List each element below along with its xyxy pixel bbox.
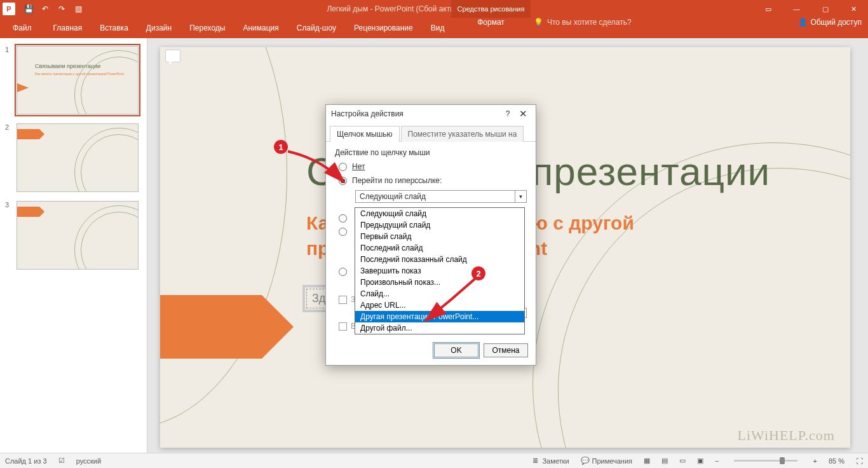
checkbox-icon[interactable] bbox=[339, 296, 347, 304]
dd-item-prev[interactable]: Предыдущий слайд bbox=[355, 219, 524, 231]
thumb-row[interactable]: 1 Связываем презентации Как связать през… bbox=[0, 43, 147, 121]
tab-slideshow[interactable]: Слайд-шоу bbox=[288, 18, 345, 38]
dialog-titlebar[interactable]: Настройка действия ? ✕ bbox=[326, 105, 536, 123]
thumbnail-1[interactable]: Связываем презентации Как связать презен… bbox=[17, 46, 139, 114]
spellcheck-icon[interactable]: ☑ bbox=[58, 457, 65, 465]
titlebar: P 💾 ↶ ↷ ▧ Легкий дым - PowerPoint (Сбой … bbox=[0, 0, 868, 18]
undo-icon[interactable]: ↶ bbox=[38, 2, 52, 16]
reading-view-icon[interactable]: ▭ bbox=[679, 457, 686, 465]
radio-icon[interactable] bbox=[339, 228, 347, 236]
tab-mouse-click[interactable]: Щелчок мышью bbox=[330, 126, 400, 142]
thumbnail-pane[interactable]: 1 Связываем презентации Как связать през… bbox=[0, 38, 147, 453]
chevron-down-icon[interactable]: ▼ bbox=[515, 191, 526, 202]
redo-icon[interactable]: ↷ bbox=[55, 2, 69, 16]
combo-value: Следующий слайд bbox=[356, 191, 515, 202]
annotation-badge-2: 2 bbox=[471, 266, 485, 280]
radio-icon[interactable] bbox=[339, 268, 347, 276]
radio-none-label: Нет bbox=[352, 162, 365, 171]
dialog-title: Настройка действия bbox=[331, 109, 500, 118]
tab-home[interactable]: Главная bbox=[44, 18, 92, 38]
minimize-icon[interactable]: — bbox=[782, 0, 811, 18]
comments-button[interactable]: 💬Примечания bbox=[581, 457, 633, 465]
context-tool-label: Средства рисования bbox=[451, 0, 531, 18]
group-label: Действие по щелчку мыши bbox=[335, 148, 527, 157]
statusbar: Слайд 1 из 3 ☑ русский ≣Заметки 💬Примеча… bbox=[0, 453, 868, 468]
normal-view-icon[interactable]: ▦ bbox=[644, 457, 650, 465]
dd-item-last[interactable]: Последний слайд bbox=[355, 242, 524, 254]
quick-access-toolbar: 💾 ↶ ↷ ▧ bbox=[22, 2, 85, 16]
tab-format[interactable]: Формат bbox=[451, 18, 531, 27]
watermark: LiWiHELP.com bbox=[738, 427, 836, 444]
ribbon-options-icon[interactable]: ▭ bbox=[754, 0, 782, 18]
close-dialog-icon[interactable]: ✕ bbox=[515, 108, 531, 120]
start-slideshow-icon[interactable]: ▧ bbox=[71, 2, 85, 16]
close-icon[interactable]: ✕ bbox=[839, 0, 868, 18]
ok-button[interactable]: OK bbox=[434, 343, 478, 357]
notes-button[interactable]: ≣Заметки bbox=[531, 457, 569, 465]
save-icon[interactable]: 💾 bbox=[22, 2, 36, 16]
ribbon: Файл Главная Вставка Дизайн Переходы Ани… bbox=[0, 18, 868, 38]
hyperlink-combo[interactable]: Следующий слайд ▼ bbox=[355, 190, 527, 203]
notes-icon: ≣ bbox=[531, 457, 539, 465]
window-title: Легкий дым - PowerPoint (Сбой активации … bbox=[85, 4, 754, 13]
share-button[interactable]: 👤 Общий доступ bbox=[798, 18, 862, 27]
tab-animation[interactable]: Анимация bbox=[234, 18, 287, 38]
tab-review[interactable]: Рецензирование bbox=[345, 18, 422, 38]
arrow-shape[interactable] bbox=[160, 295, 262, 359]
annotation-arrow-2 bbox=[419, 275, 483, 326]
share-icon: 👤 bbox=[798, 18, 808, 27]
slideshow-view-icon[interactable]: ▣ bbox=[697, 457, 703, 465]
help-icon[interactable]: ? bbox=[500, 109, 515, 118]
thumb-num-3: 3 bbox=[5, 201, 13, 209]
dialog-tabs: Щелчок мышью Поместите указатель мыши на bbox=[326, 123, 536, 142]
tell-me-search[interactable]: 💡 Что вы хотите сделать? bbox=[534, 18, 632, 27]
radio-none[interactable]: Нет bbox=[339, 162, 527, 171]
dd-item-first[interactable]: Первый слайд bbox=[355, 231, 524, 242]
tab-transitions[interactable]: Переходы bbox=[180, 18, 234, 38]
checkbox-icon[interactable] bbox=[339, 322, 347, 331]
radio-icon[interactable] bbox=[339, 214, 347, 223]
thumb-num-1: 1 bbox=[5, 46, 13, 53]
thumbnail-2[interactable] bbox=[17, 123, 139, 192]
language-indicator[interactable]: русский bbox=[76, 457, 101, 465]
share-label: Общий доступ bbox=[810, 18, 862, 27]
annotation-badge-1: 1 bbox=[274, 140, 288, 154]
tab-view[interactable]: Вид bbox=[422, 18, 454, 38]
thumb-num-2: 2 bbox=[5, 123, 13, 131]
tab-design[interactable]: Дизайн bbox=[137, 18, 180, 38]
zoom-out-icon[interactable]: − bbox=[715, 457, 719, 465]
dd-item-next[interactable]: Следующий слайд bbox=[355, 208, 524, 219]
thumb-row[interactable]: 3 bbox=[0, 198, 147, 276]
comments-icon: 💬 bbox=[581, 457, 590, 465]
app-icon: P bbox=[3, 3, 15, 15]
tab-file[interactable]: Файл bbox=[0, 18, 44, 38]
tell-me-label: Что вы хотите сделать? bbox=[547, 18, 632, 27]
radio-hyperlink[interactable]: Перейти по гиперссылке: bbox=[339, 176, 527, 185]
zoom-in-icon[interactable]: + bbox=[813, 457, 817, 465]
fit-to-window-icon[interactable]: ⛶ bbox=[856, 457, 863, 465]
tab-mouse-over[interactable]: Поместите указатель мыши на bbox=[401, 126, 524, 142]
lightbulb-icon: 💡 bbox=[534, 18, 543, 27]
thumbnail-3[interactable] bbox=[17, 201, 139, 270]
tab-insert[interactable]: Вставка bbox=[91, 18, 137, 38]
zoom-level[interactable]: 85 % bbox=[829, 457, 844, 465]
maximize-icon[interactable]: ▢ bbox=[811, 0, 839, 18]
dd-item-lastshown[interactable]: Последний показанный слайд bbox=[355, 254, 524, 265]
slide-counter[interactable]: Слайд 1 из 3 bbox=[5, 457, 47, 465]
cancel-button[interactable]: Отмена bbox=[484, 343, 528, 357]
sorter-view-icon[interactable]: ▤ bbox=[661, 457, 668, 465]
dialog-footer: OK Отмена bbox=[326, 338, 536, 365]
thumb-row[interactable]: 2 bbox=[0, 121, 147, 198]
radio-hyperlink-label: Перейти по гиперссылке: bbox=[352, 176, 442, 185]
window-buttons: ▭ — ▢ ✕ bbox=[754, 0, 868, 18]
annotation-arrow-1 bbox=[283, 146, 353, 191]
zoom-slider[interactable] bbox=[734, 460, 797, 462]
